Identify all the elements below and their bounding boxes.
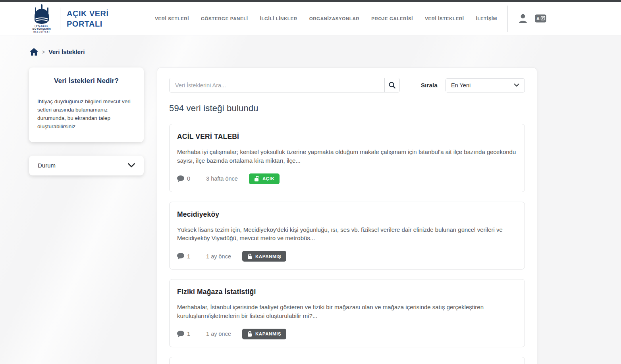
comment-count-value: 1 (187, 331, 190, 337)
sort-select[interactable]: En Yeni (446, 78, 525, 92)
request-card[interactable]: Mecidiyeköy Yüksek lisans tezim için, Me… (169, 202, 525, 270)
logo-divider (60, 8, 60, 30)
svg-text:A: A (536, 16, 540, 21)
chevron-down-icon (514, 83, 519, 87)
header: İSTANBUL BÜYÜKŞEHİR BELEDİYESİ AÇIK VERİ… (0, 2, 621, 35)
header-actions: A (518, 13, 546, 24)
search-button[interactable] (384, 78, 399, 92)
request-card[interactable]: ACİL VERİ TALEBİ Merhaba iyi çalışmalar;… (169, 124, 525, 192)
search-input[interactable] (170, 78, 384, 92)
request-card[interactable]: Fiziki Mağaza İstatistiği Merhabalar, İs… (169, 279, 525, 347)
time-ago: 1 ay önce (206, 331, 231, 337)
chevron-down-icon (128, 163, 135, 168)
comment-count-value: 1 (187, 253, 190, 260)
time-ago: 1 ay önce (206, 253, 231, 260)
request-excerpt: Yüksek lisans tezim için, Mecidiyeköy'de… (177, 225, 517, 243)
header-divider (507, 6, 508, 32)
svg-text:BÜYÜKŞEHİR: BÜYÜKŞEHİR (33, 27, 51, 31)
request-excerpt: Merhabalar, İstanbul içerisinde faaliyet… (177, 303, 517, 320)
status-badge-label: AÇIK (262, 176, 275, 181)
status-badge-label: KAPANMIŞ (255, 254, 281, 259)
nav-item-gosterge-paneli[interactable]: GÖSTERGE PANELİ (201, 16, 248, 21)
lock-icon (247, 331, 252, 337)
time-ago: 3 hafta önce (206, 175, 238, 182)
breadcrumb: > Veri İstekleri (30, 48, 621, 56)
page-content: Veri İstekleri Nedir? İhtiyaç duyduğunuz… (29, 67, 621, 364)
main-nav: VERİ SETLERİ GÖSTERGE PANELİ İLGİLİ LİNK… (155, 16, 497, 21)
lock-icon (247, 254, 252, 259)
nav-item-proje-galerisi[interactable]: PROJE GALERİSİ (371, 16, 413, 21)
nav-item-veri-setleri[interactable]: VERİ SETLERİ (155, 16, 189, 21)
comment-icon (177, 175, 184, 182)
nav-item-iletisim[interactable]: İLETİŞİM (476, 16, 497, 21)
user-icon (518, 13, 528, 24)
info-card-title: Veri İstekleri Nedir? (37, 77, 135, 85)
breadcrumb-current[interactable]: Veri İstekleri (48, 48, 85, 56)
comment-icon (177, 253, 184, 260)
info-card-body: İhtiyaç duyduğunuz bilgileri mevcut veri… (37, 98, 135, 131)
nav-item-ilgili-linkler[interactable]: İLGİLİ LİNKLER (260, 16, 297, 21)
nav-item-organizasyonlar[interactable]: ORGANİZASYONLAR (309, 16, 360, 21)
ibb-emblem-icon: İSTANBUL BÜYÜKŞEHİR BELEDİYESİ (30, 4, 54, 33)
comment-count: 1 (177, 253, 190, 260)
language-switch-button[interactable]: A (535, 14, 546, 23)
user-account-button[interactable] (518, 13, 528, 24)
request-title[interactable]: Fiziki Mağaza İstatistiği (177, 288, 517, 296)
request-excerpt: Merhaba iyi çalışmalar; kentsel yoksullu… (177, 148, 517, 165)
search-row: Sırala En Yeni (169, 78, 525, 92)
result-count: 594 veri isteği bulundu (169, 103, 525, 114)
requests-panel: Sırala En Yeni 594 veri isteği bulundu A… (157, 67, 537, 364)
sort-group: Sırala En Yeni (421, 78, 525, 92)
comment-icon (177, 331, 184, 337)
sort-selected-value: En Yeni (451, 82, 471, 89)
translate-icon: A (535, 14, 546, 23)
svg-text:BELEDİYESİ: BELEDİYESİ (33, 30, 50, 33)
info-card-divider (38, 91, 135, 91)
nav-item-veri-istekleri[interactable]: VERİ İSTEKLERİ (425, 16, 464, 21)
sidebar: Veri İstekleri Nedir? İhtiyaç duyduğunuz… (29, 67, 144, 175)
home-link[interactable] (30, 48, 38, 56)
info-card: Veri İstekleri Nedir? İhtiyaç duyduğunuz… (29, 67, 144, 142)
request-card[interactable]: İstanbul İlçe Bazlı Atık Su Oranları Mer… (169, 357, 525, 364)
status-badge[interactable]: AÇIK (249, 173, 280, 184)
status-badge[interactable]: KAPANMIŞ (242, 251, 286, 262)
status-filter-accordion[interactable]: Durum (29, 156, 144, 175)
status-badge[interactable]: KAPANMIŞ (242, 329, 286, 339)
search-icon (389, 82, 395, 89)
comment-count: 0 (177, 175, 190, 182)
status-badge-label: KAPANMIŞ (255, 331, 281, 336)
logo[interactable]: İSTANBUL BÜYÜKŞEHİR BELEDİYESİ AÇIK VERİ… (30, 4, 109, 33)
search-group (169, 78, 400, 92)
request-footer: 1 1 ay önce KAPANMIŞ (177, 329, 517, 339)
home-icon (30, 48, 38, 56)
comment-count: 1 (177, 331, 190, 337)
sort-label: Sırala (421, 82, 438, 89)
breadcrumb-separator: > (42, 49, 45, 55)
request-title[interactable]: ACİL VERİ TALEBİ (177, 133, 517, 141)
request-footer: 1 1 ay önce KAPANMIŞ (177, 251, 517, 262)
portal-title: AÇIK VERİ PORTALI (67, 8, 109, 29)
status-filter-label: Durum (38, 162, 56, 169)
request-footer: 0 3 hafta önce AÇIK (177, 173, 517, 184)
request-title[interactable]: Mecidiyeköy (177, 210, 517, 219)
top-strip (0, 0, 621, 2)
comment-count-value: 0 (187, 175, 190, 182)
unlock-icon (254, 176, 259, 181)
